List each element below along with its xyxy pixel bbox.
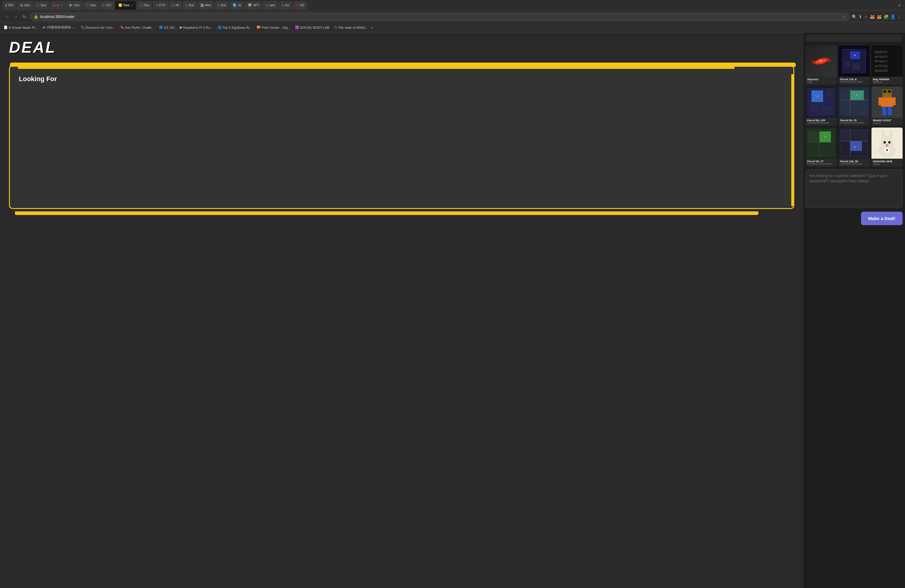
app-logo: DEAL [9, 38, 794, 56]
tab-dea3[interactable]: ⬡Dea [137, 1, 152, 10]
nft-image-parcel2 [806, 86, 837, 118]
nft-card-parcel3[interactable]: Parcel 50,-78 #17354400712967878616 [838, 86, 870, 126]
svg-rect-8 [845, 61, 851, 67]
tab-nft2[interactable]: 📦NFT [245, 1, 262, 10]
nft-image-parcel5 [838, 127, 870, 159]
tab-vid[interactable]: ▶Vid [293, 1, 307, 10]
tab-buil1[interactable]: SBuil [183, 1, 197, 10]
back-button[interactable]: ← [3, 13, 10, 21]
bookmark-icon[interactable]: ☆ [864, 14, 868, 19]
svg-rect-36 [881, 97, 893, 106]
bookmark-resource[interactable]: 📎 Resource for Com... [79, 25, 116, 30]
svg-point-64 [886, 144, 889, 147]
nft-name-parcel3: Parcel 50,-78 [840, 119, 868, 122]
tab-nft[interactable]: Gnft [169, 1, 182, 10]
nft-id-parcel3: #17354400712967878616 [840, 122, 868, 124]
nft-card-abyssus[interactable]: Abyssus #246 [806, 46, 837, 85]
svg-rect-20 [825, 91, 833, 96]
bookmark-haptic[interactable]: 📄 A Virtual Haptic Pl... [2, 25, 39, 30]
tab-gr[interactable]: 🌎Gr [230, 1, 244, 10]
svg-point-56 [854, 146, 856, 148]
nft-info-parcel2: Parcel 86,-139 #296045669221216463 [806, 118, 837, 125]
tab-hon[interactable]: 🐦Hon [66, 1, 83, 10]
toolbar-icons: 🔍 ⬆ ☆ 🦊 🦊 🧩 👤 ⋮ [852, 14, 902, 19]
svg-rect-37 [878, 97, 882, 105]
nft-info-abyssus: Abyssus #246 [806, 77, 837, 85]
tab-netv[interactable]: Gnetv [263, 1, 278, 10]
svg-text:#00B7FE: #00B7FE [875, 50, 888, 54]
nft-info-meebit: Meebit #10137 #10137 [872, 118, 903, 126]
svg-rect-38 [892, 97, 896, 105]
bookmark-vr[interactable]: 👁 VR眼部疾病模拟 -... [41, 25, 77, 30]
nft-card-bag[interactable]: #00B7FE #FF007F #FFB347 #7FFF00 #666688 … [872, 46, 903, 85]
nft-card-parcel4[interactable]: Parcel 50,-77 #17354400712967878616 [806, 127, 837, 167]
nft-id-parcel5: #500215079373795412 [840, 163, 868, 165]
zoom-icon[interactable]: 🔍 [852, 14, 857, 19]
tab-dea2[interactable]: ⬡Dea [83, 1, 99, 10]
tab-dea1[interactable]: ⬡Dea [33, 1, 49, 10]
bookmark-rpi[interactable]: ▶ Raspberry Pi 3 Ru... [179, 25, 214, 30]
tab-arc[interactable]: AArc [279, 1, 292, 10]
bookmark-web3[interactable]: ⬡ The state of Web3... [333, 25, 369, 30]
bookmark-peel[interactable]: 🍑 Peel Cluster - Hig... [255, 25, 291, 30]
main-content: DEAL Looking For [0, 32, 905, 588]
tabs-container: ₿BitT MInbo ⬡Dea ◉c× 🐦Hon ⬡Dea SSJC 🟡New… [2, 1, 895, 10]
tab-bitt[interactable]: ₿BitT [2, 1, 17, 10]
address-bar[interactable]: 🔒 localhost:3000/create ☆ [30, 13, 849, 21]
nft-image-parcel3 [838, 86, 870, 118]
card-container: Looking For [9, 65, 794, 215]
bookmark-signeasy[interactable]: 🌐 Top 6 SignEasy Al... [216, 25, 253, 30]
svg-text:#666688: #666688 [875, 69, 888, 72]
nft-id-bag: #666684 [873, 81, 901, 84]
new-tab-button[interactable]: + [896, 3, 903, 8]
bookmark-ken[interactable]: 🔖 Ken Perlin: Chalkt... [119, 25, 155, 30]
bookmark-cs161[interactable]: 🔵 CS 161 [158, 25, 176, 30]
nft-info-parcel1: Parcel 134,-8 #459344007129678665 [838, 77, 870, 84]
svg-text:#FFB347: #FFB347 [875, 60, 888, 63]
forward-button[interactable]: → [13, 13, 19, 21]
nft-card-parcel5[interactable]: Parcel 146,-35 #500215079373795412 [838, 127, 870, 167]
profile-icon[interactable]: 👤 [890, 14, 895, 19]
right-panel: Abyssus #246 Parcel 13 [803, 32, 905, 588]
search-top-area [806, 35, 903, 42]
reload-button[interactable]: ↻ [22, 13, 27, 21]
menu-icon[interactable]: ⋮ [897, 14, 902, 19]
tab-sjc[interactable]: SSJC [99, 1, 114, 10]
nft-grid: Abyssus #246 Parcel 13 [806, 46, 903, 167]
nft-card-parcel1[interactable]: Parcel 134,-8 #459344007129678665 [838, 46, 870, 85]
fox-icon[interactable]: 🦊 [870, 14, 875, 19]
left-panel: DEAL Looking For [0, 32, 803, 588]
svg-point-61 [889, 130, 893, 139]
nft-name-dotdot: dotdotdot 4646 [873, 160, 901, 163]
nft-card-parcel2[interactable]: Parcel 86,-139 #296045669221216463 [806, 86, 837, 126]
nft-id-dotdot: #4646 [873, 163, 901, 165]
meebit-svg [872, 86, 903, 118]
bookmarks-more[interactable]: » [371, 25, 373, 30]
make-deal-button[interactable]: Make a Deal! [861, 212, 903, 225]
description-input[interactable] [810, 173, 899, 203]
share-icon[interactable]: ⬆ [859, 14, 862, 19]
svg-point-4 [819, 60, 821, 62]
extensions-icon[interactable]: 🧩 [883, 14, 889, 19]
bookmark-star-icon[interactable]: ☆ [842, 15, 845, 19]
nft-card-dotdot[interactable]: dotdotdot 4646 #4646 [872, 127, 903, 167]
parcel1-svg [838, 46, 870, 77]
tab-eth[interactable]: ⟡ETH [153, 1, 168, 10]
parcel3-svg [838, 86, 870, 118]
parcel2-svg [806, 86, 837, 118]
tab-buil2[interactable]: SBuil [214, 1, 229, 10]
nft-card-meebit[interactable]: Meebit #10137 #10137 [872, 86, 903, 126]
bookmark-social[interactable]: 🟪 SOCIAL BODY LAB [294, 25, 331, 30]
svg-rect-28 [841, 100, 868, 114]
lock-icon: 🔒 [34, 15, 38, 19]
nft-info-parcel5: Parcel 146,-35 #500215079373795412 [838, 159, 870, 166]
svg-rect-52 [841, 130, 849, 140]
nft-id-parcel4: #17354400712967878616 [807, 163, 835, 165]
tab-new[interactable]: 🟡New× [115, 1, 136, 10]
address-bar-row: ← → ↻ 🔒 localhost:3000/create ☆ 🔍 ⬆ ☆ 🦊 … [0, 11, 905, 23]
tab-c[interactable]: ◉c× [50, 1, 65, 10]
tab-whe[interactable]: 🖼Whe [197, 1, 214, 10]
tab-inbox[interactable]: MInbo [17, 1, 33, 10]
metamask-icon[interactable]: 🦊 [876, 14, 882, 19]
svg-rect-45 [808, 143, 835, 155]
